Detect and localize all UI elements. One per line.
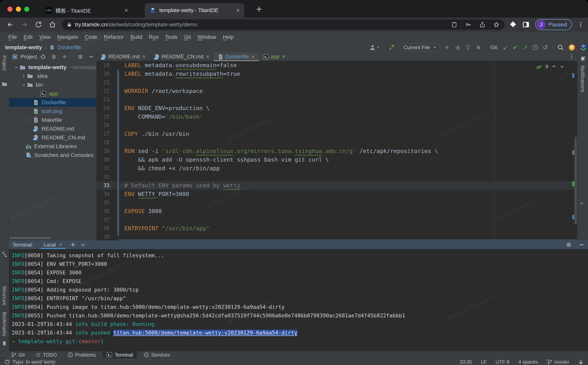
menu-item-git[interactable]: Git: [181, 34, 194, 40]
menu-item-build[interactable]: Build: [127, 34, 146, 40]
editor-tab-dockerfile[interactable]: Dockerfile: [214, 52, 259, 61]
tool-strip-structure-label[interactable]: Structure: [1, 286, 7, 305]
debug-paused-profile[interactable]: J Paused: [535, 19, 572, 30]
editor-tabs-menu-dots-icon[interactable]: [569, 54, 574, 59]
error-stripe-mark[interactable]: [572, 73, 574, 78]
code-line-35[interactable]: 35: [97, 198, 577, 207]
code-line-34[interactable]: 34ENV WETTY_PORT=3000: [97, 190, 577, 198]
home-icon[interactable]: [49, 21, 56, 28]
git-push-icon[interactable]: ↗: [522, 44, 527, 50]
tree-horizontal-scrollbar[interactable]: [9, 237, 51, 239]
menu-item-code[interactable]: Code: [81, 34, 101, 40]
browser-tab-inactive[interactable]: <t> 模板 - TitanIDE: [41, 3, 133, 18]
tool-strip-project-label[interactable]: Project: [1, 56, 7, 71]
prev-problem-chevron-icon[interactable]: [551, 64, 556, 69]
menu-item-tools[interactable]: Tools: [162, 34, 181, 40]
code-line-25[interactable]: 25 COMMAND='/bin/bash': [97, 112, 577, 121]
error-stripe-mark[interactable]: [572, 150, 574, 155]
menu-item-file[interactable]: File: [5, 34, 20, 40]
terminal-panel[interactable]: Terminal: Local INFO[0050] Taking snapsh…: [9, 240, 588, 351]
tool-strip-notifications-label[interactable]: Notifications: [580, 66, 585, 92]
editor-terminal-splitter[interactable]: [119, 239, 577, 240]
project-panel-title[interactable]: Project: [21, 54, 37, 60]
settings-gear-icon[interactable]: [77, 54, 83, 60]
tree-item-readme.md[interactable]: MDREADME.md: [9, 124, 97, 133]
hide-panel-minus-icon[interactable]: [88, 54, 94, 60]
status-item-4-spaces[interactable]: 4 spaces: [518, 359, 538, 365]
code-line-19[interactable]: 19LABEL metadata.usesubdomain=false: [97, 61, 577, 70]
editor-tab-readme_cn.md[interactable]: MDREADME_CN.md: [150, 52, 214, 61]
fullscreen-window-icon[interactable]: [24, 7, 29, 12]
code-line-37[interactable]: 37: [97, 216, 577, 224]
run-configuration-select[interactable]: Current File: [400, 43, 440, 51]
tab-close-icon[interactable]: [142, 55, 146, 59]
code-line-38[interactable]: 38ENTRYPOINT "/usr/bin/app": [97, 224, 577, 233]
chevron-down-icon[interactable]: [20, 83, 27, 87]
status-item-utf-8[interactable]: UTF-8: [496, 359, 510, 365]
tree-item-makefile[interactable]: Makefile: [9, 116, 97, 124]
code-line-27[interactable]: 27COPY ./bin /usr/bin: [97, 130, 577, 138]
tree-item-scratches-and-consoles[interactable]: Scratches and Consoles: [9, 151, 97, 160]
tab-close-icon[interactable]: [206, 55, 210, 59]
tree-item-app[interactable]: app: [9, 89, 97, 98]
terminal-dropdown-chevron-icon[interactable]: [80, 242, 85, 247]
collapse-all-icon[interactable]: [62, 54, 68, 60]
ide-update-icon[interactable]: [568, 44, 575, 51]
browser-menu-dots-icon[interactable]: [578, 22, 584, 28]
status-layers-icon[interactable]: [5, 359, 10, 365]
editor-area[interactable]: MDREADME.mdMDREADME_CN.mdDockerfileapp 1…: [97, 52, 577, 240]
status-item-33-35[interactable]: 33:35: [460, 359, 472, 365]
browser-tab-active[interactable]: template-wetty - TitanIDE: [145, 3, 245, 18]
status-item-lf[interactable]: LF: [481, 359, 487, 365]
menu-item-help[interactable]: Help: [219, 34, 237, 40]
tree-item-template-wetty[interactable]: template-wetty~/workspac: [9, 63, 97, 72]
editor-tab-app[interactable]: app: [259, 52, 289, 61]
menu-item-run[interactable]: Run: [146, 34, 162, 40]
code-line-24[interactable]: 24ENV NODE_ENV=production \: [97, 104, 577, 112]
tree-item-icon.png[interactable]: icon.png: [9, 107, 97, 116]
bookmark-icon[interactable]: [1, 341, 7, 346]
key-icon[interactable]: [465, 22, 471, 28]
debug-bug-icon[interactable]: [455, 44, 461, 50]
tab-close-icon[interactable]: [251, 55, 255, 59]
code-line-30[interactable]: 30 && apk add -U openssh-client sshpass …: [97, 155, 577, 164]
git-commit-check-icon[interactable]: ✔: [513, 44, 518, 50]
history-clock-icon[interactable]: [532, 44, 538, 50]
terminal-output[interactable]: INFO[0050] Taking snapshot of full files…: [9, 249, 588, 346]
code-line-26[interactable]: 26: [97, 121, 577, 130]
new-terminal-plus-icon[interactable]: [70, 242, 75, 247]
tree-item-dockerfile[interactable]: Dockerfile: [9, 98, 97, 107]
back-icon[interactable]: [7, 21, 14, 28]
status-item-master[interactable]: master: [547, 359, 569, 365]
tool-strip-bookmarks-label[interactable]: Bookmarks: [1, 312, 7, 336]
macos-window-controls[interactable]: [7, 7, 29, 12]
toolwindow-button-todo[interactable]: TODO: [31, 351, 61, 358]
menu-item-window[interactable]: Window: [194, 34, 219, 40]
chevron-down-icon[interactable]: [13, 65, 20, 70]
share-icon[interactable]: [479, 22, 485, 28]
forward-icon[interactable]: [21, 21, 28, 28]
toolwindow-button-problems[interactable]: Problems: [64, 351, 100, 358]
chevron-right-icon[interactable]: [20, 74, 27, 78]
status-item-unlock[interactable]: [578, 359, 583, 365]
code-line-31[interactable]: 31 && chmod +x /usr/bin/app: [97, 164, 577, 173]
menu-item-edit[interactable]: Edit: [20, 34, 36, 40]
tab-close-icon[interactable]: [124, 8, 128, 13]
new-tab-button[interactable]: [256, 6, 262, 13]
expand-all-icon[interactable]: [51, 54, 57, 60]
toolwindow-button-services[interactable]: Services: [140, 351, 174, 358]
tree-item-external-libraries[interactable]: External Libraries: [9, 142, 97, 151]
code-line-29[interactable]: 29RUN sed -i 's/dl-cdn.alpinelinux.org/m…: [97, 147, 577, 155]
toolwindow-button-terminal[interactable]: Terminal: [102, 351, 137, 358]
code-line-33[interactable]: 33# Default ENV params used by wetty: [97, 181, 577, 190]
bookmark-star-icon[interactable]: [494, 22, 499, 28]
code-line-21[interactable]: 21: [97, 78, 577, 87]
editor-scrollbar[interactable]: [574, 137, 577, 225]
rollback-undo-icon[interactable]: ↺: [543, 44, 548, 50]
locate-file-icon[interactable]: [40, 54, 46, 60]
reload-icon[interactable]: [35, 21, 42, 28]
code-line-36[interactable]: 36EXPOSE 3000: [97, 207, 577, 216]
breadcrumb-file[interactable]: Dockerfile: [58, 44, 81, 50]
breadcrumb-project[interactable]: template-wetty: [5, 44, 42, 50]
build-hammer-icon[interactable]: [388, 44, 395, 51]
